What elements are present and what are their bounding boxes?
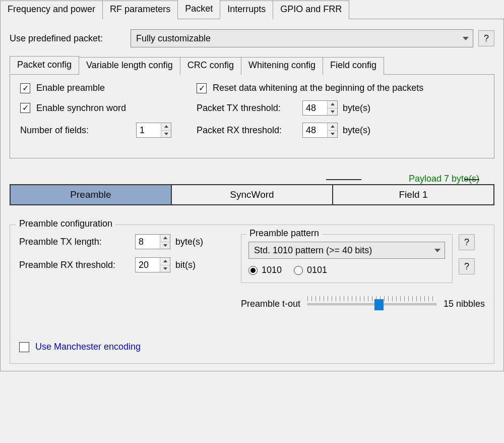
main-tabs: Frequency and power RF parameters Packet…: [0, 0, 504, 19]
preamble-txlen-unit: byte(s): [175, 237, 203, 247]
tx-threshold-input[interactable]: [303, 101, 327, 115]
tx-threshold-spinner[interactable]: [302, 100, 338, 116]
spin-down-icon[interactable]: [160, 265, 170, 272]
predefined-packet-label: Use predefined packet:: [10, 33, 125, 44]
packet-structure: Payload 7 byte(s) Preamble SyncWord Fiel…: [10, 174, 494, 205]
preamble-rxthr-spinner[interactable]: [135, 257, 170, 272]
pattern-radio-help-button[interactable]: ?: [459, 258, 475, 274]
predefined-packet-help-button[interactable]: ?: [478, 30, 494, 46]
sub-tabs: Packet config Variable length config CRC…: [10, 57, 494, 75]
preamble-pattern-select[interactable]: Std. 1010 pattern (>= 40 bits): [248, 242, 445, 259]
preamble-pattern-group: Preamble pattern Std. 1010 pattern (>= 4…: [241, 234, 453, 283]
enable-sync-checkbox[interactable]: [20, 103, 30, 113]
tx-threshold-unit: byte(s): [343, 103, 370, 114]
tab-crc-config[interactable]: CRC config: [180, 57, 241, 75]
tx-threshold-label: Packet TX threshold:: [197, 103, 297, 114]
rx-threshold-input[interactable]: [303, 123, 327, 137]
preamble-tout-value: 15 nibbles: [444, 299, 485, 309]
tab-packet[interactable]: Packet: [177, 0, 220, 18]
segment-preamble[interactable]: Preamble: [11, 185, 172, 204]
predefined-packet-select[interactable]: Fully customizable: [131, 29, 473, 47]
preamble-configuration-group: Preamble configuration Preamble TX lengt…: [10, 225, 494, 364]
preamble-pattern-value: Std. 1010 pattern (>= 40 bits): [254, 245, 372, 256]
preamble-tout-label: Preamble t-out: [241, 299, 300, 309]
tab-interrupts[interactable]: Interrupts: [220, 1, 273, 19]
preamble-txlen-label: Preamble TX length:: [19, 237, 130, 247]
rx-threshold-label: Packet RX threshold:: [197, 125, 297, 136]
tab-field-config[interactable]: Field config: [323, 57, 384, 75]
preamble-tout-slider[interactable]: [307, 296, 436, 311]
manchester-label: Use Manchester encoding: [35, 342, 141, 352]
segment-syncword[interactable]: SyncWord: [172, 185, 333, 204]
spin-up-icon[interactable]: [161, 123, 171, 130]
enable-preamble-label: Enable preamble: [36, 83, 105, 93]
chevron-down-icon: [434, 249, 440, 252]
preamble-pattern-title: Preamble pattern: [246, 228, 322, 239]
preamble-group-title: Preamble configuration: [16, 218, 115, 229]
chevron-down-icon: [463, 37, 469, 40]
slider-thumb-icon[interactable]: [374, 299, 384, 310]
preamble-rxthr-input[interactable]: [136, 258, 160, 272]
reset-whitening-label: Reset data whitening at the beginning of…: [213, 83, 423, 93]
preamble-txlen-input[interactable]: [136, 235, 160, 249]
num-fields-label: Number of fields:: [20, 125, 131, 136]
spin-up-icon[interactable]: [160, 258, 170, 265]
reset-whitening-checkbox[interactable]: [197, 83, 207, 93]
num-fields-spinner[interactable]: [136, 123, 171, 138]
spin-down-icon[interactable]: [328, 108, 337, 116]
tab-gpio-frr[interactable]: GPIO and FRR: [273, 1, 349, 19]
preamble-rxthr-unit: bit(s): [175, 260, 196, 270]
rx-threshold-unit: byte(s): [343, 125, 370, 136]
radio-0101[interactable]: [294, 266, 303, 275]
tab-packet-config[interactable]: Packet config: [10, 56, 79, 74]
preamble-rxthr-label: Preamble RX threshold:: [19, 260, 130, 270]
predefined-packet-value: Fully customizable: [136, 33, 211, 44]
num-fields-input[interactable]: [137, 123, 161, 137]
pattern-help-button[interactable]: ?: [459, 234, 475, 250]
tab-variable-length-config[interactable]: Variable length config: [79, 57, 180, 75]
spin-down-icon[interactable]: [328, 130, 337, 138]
spin-down-icon[interactable]: [160, 242, 170, 249]
spin-up-icon[interactable]: [328, 101, 337, 108]
rx-threshold-spinner[interactable]: [302, 123, 338, 138]
radio-1010[interactable]: [248, 266, 258, 275]
radio-0101-label: 0101: [307, 265, 327, 275]
radio-0101-option[interactable]: 0101: [294, 265, 327, 275]
radio-1010-label: 1010: [262, 265, 282, 275]
spin-up-icon[interactable]: [328, 123, 337, 130]
enable-preamble-checkbox[interactable]: [20, 83, 30, 93]
preamble-txlen-spinner[interactable]: [135, 234, 170, 249]
packet-panel: Use predefined packet: Fully customizabl…: [0, 19, 504, 371]
tab-rf-parameters[interactable]: RF parameters: [102, 1, 178, 19]
spin-up-icon[interactable]: [160, 235, 170, 242]
spin-down-icon[interactable]: [161, 130, 171, 138]
tab-whitening-config[interactable]: Whitening config: [241, 57, 323, 75]
manchester-checkbox[interactable]: [19, 342, 29, 352]
segment-field1[interactable]: Field 1: [333, 185, 493, 204]
enable-sync-label: Enable synchron word: [36, 103, 126, 114]
radio-1010-option[interactable]: 1010: [248, 265, 282, 275]
tab-frequency-power[interactable]: Frequency and power: [0, 1, 103, 19]
packet-config-panel: Enable preamble Reset data whitening at …: [10, 75, 494, 158]
